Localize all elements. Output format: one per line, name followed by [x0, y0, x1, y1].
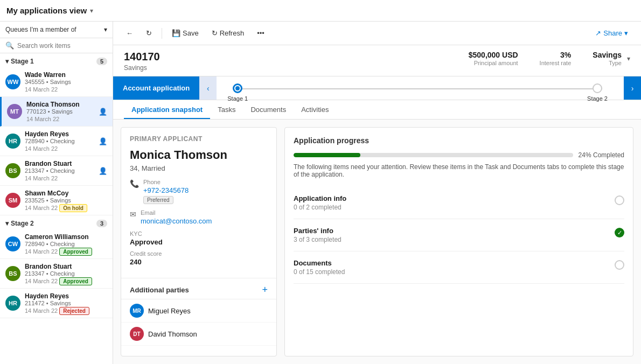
chevron-down-icon[interactable]: ▾ [90, 7, 93, 15]
progress-item-name: Parties' info [294, 227, 342, 235]
avatar: MR [130, 304, 144, 318]
forward-icon: ↻ [146, 29, 152, 37]
kyc-label: KYC [130, 230, 268, 237]
stage-1-toggle-icon: ▾ [5, 58, 9, 65]
avatar: CW [5, 236, 20, 251]
avatar: WW [5, 74, 20, 89]
search-box: 🔍 [0, 38, 113, 53]
meta-expand-icon[interactable]: ▾ [627, 55, 630, 62]
phone-value[interactable]: +972-2345678 [143, 186, 189, 194]
progress-bar-fill [294, 153, 360, 157]
record-type: Savings [124, 64, 160, 72]
item-info: Brandon Stuart 213347 • Checking 14 Marc… [25, 263, 107, 284]
credit-value: 240 [130, 258, 268, 266]
avatar: MT [7, 104, 22, 119]
list-item[interactable]: CW Cameron Williamson 728940 • Checking … [0, 229, 113, 259]
credit-label: Credit score [130, 250, 268, 257]
phone-row: 📞 Phone +972-2345678 Preferred [130, 179, 268, 204]
record-meta: $500,000 USD Principal amount 3% Interes… [469, 51, 622, 66]
list-item[interactable]: HR Hayden Reyes 728940 • Checking 14 Mar… [0, 127, 113, 156]
list-item[interactable]: BS Brandon Stuart 213347 • Checking 14 M… [0, 156, 113, 186]
stage-2-toggle-icon: ▾ [5, 220, 9, 227]
item-sub: 213347 • Checking [25, 167, 94, 174]
item-sub: 213347 • Checking [25, 270, 107, 277]
save-button[interactable]: 💾 Save [166, 26, 204, 40]
progress-item-icon: ✓ [615, 228, 624, 237]
stage-2-node: Stage 2 [593, 83, 602, 93]
queue-label: Queues I'm a member of [5, 26, 76, 33]
forward-button[interactable]: ↻ [141, 26, 157, 40]
list-item[interactable]: WW Wade Warren 345555 • Savings 14 March… [0, 67, 113, 97]
back-button[interactable]: ← [121, 26, 138, 40]
stage-1-header[interactable]: ▾ Stage 1 5 [0, 53, 113, 67]
assign-icon[interactable]: 👤 [99, 137, 107, 145]
more-icon: ••• [257, 29, 264, 37]
progress-bar-container: 24% Completed [294, 151, 624, 159]
savings-label: Type [593, 60, 622, 66]
savings-value: Savings [593, 51, 622, 59]
more-button[interactable]: ••• [252, 26, 270, 40]
item-date: 14 March 22 Approved [25, 278, 107, 284]
stage-nav-prev-button[interactable]: ‹ [199, 76, 217, 100]
item-sub: 233525 • Savings [25, 197, 107, 204]
avatar: DT [130, 327, 144, 341]
stage-2-label: Stage 2 [11, 220, 96, 227]
progress-item: Parties' info 3 of 3 completed ✓ [294, 219, 624, 251]
stage-2-header[interactable]: ▾ Stage 2 3 [0, 215, 113, 229]
item-name: Brandon Stuart [25, 263, 107, 270]
chevron-right-icon: › [631, 84, 634, 93]
stage-active-button[interactable]: Account application [113, 76, 199, 100]
queue-selector[interactable]: Queues I'm a member of ▾ [0, 22, 113, 38]
stage-nav-next-button[interactable]: › [624, 76, 641, 100]
applicant-sub: 34, Married [130, 164, 268, 172]
tab-application-snapshot[interactable]: Application snapshot [124, 100, 210, 119]
progress-item: Documents 0 of 15 completed [294, 251, 624, 284]
share-label: Share [603, 29, 622, 37]
email-value[interactable]: monicat@contoso.com [141, 217, 212, 225]
item-name: Brandon Stuart [25, 160, 94, 167]
add-party-button[interactable]: + [262, 285, 268, 295]
progress-item-info: Application info 0 of 2 completed [294, 194, 346, 211]
email-details: Email monicat@contoso.com [141, 209, 212, 225]
item-date: 14 March 22 Rejected [25, 307, 107, 314]
progress-items: Application info 0 of 2 completed Partie… [294, 187, 624, 284]
list-item-active[interactable]: MT Monica Thomson 770123 • Savings 14 Ma… [0, 97, 113, 127]
avatar: HR [5, 134, 20, 149]
party-row: DT David Thomson [121, 323, 276, 346]
share-button[interactable]: ↗ Share ▾ [590, 26, 633, 40]
applicant-name: Monica Thomson [130, 148, 268, 162]
panel-left: Primary applicant Monica Thomson 34, Mar… [121, 127, 277, 356]
refresh-button[interactable]: ↻ Refresh [206, 26, 250, 40]
status-badge: Approved [59, 248, 92, 256]
list-item[interactable]: BS Brandon Stuart 213347 • Checking 14 M… [0, 259, 113, 289]
search-input[interactable] [17, 42, 107, 50]
stage-progress: Stage 1 Stage 2 [217, 83, 624, 93]
tab-tasks[interactable]: Tasks [210, 100, 243, 119]
principal-amount: $500,000 USD Principal amount [469, 51, 518, 66]
assign-icon[interactable]: 👤 [99, 108, 107, 116]
item-name: Monica Thomson [26, 101, 94, 108]
item-sub: 728940 • Checking [25, 241, 107, 247]
status-badge: Rejected [59, 307, 89, 315]
tab-documents[interactable]: Documents [243, 100, 294, 119]
circle-empty-icon [615, 195, 624, 205]
kyc-value: Approved [130, 238, 268, 246]
principal-value: $500,000 USD [469, 51, 518, 59]
tab-activities[interactable]: Activities [294, 100, 336, 119]
assign-icon[interactable]: 👤 [99, 167, 107, 175]
panel-right: Application progress 24% Completed The f… [284, 127, 633, 356]
item-date: 14 March 22 On hold [25, 205, 107, 211]
record-meta-group: $500,000 USD Principal amount 3% Interes… [469, 51, 630, 66]
progress-note: The following items need your attention.… [294, 163, 624, 178]
stage-line [233, 88, 602, 89]
avatar: SM [5, 193, 20, 208]
status-badge: On hold [59, 204, 87, 212]
progress-item-icon [615, 195, 624, 205]
avatar: HR [5, 296, 20, 311]
party-name: David Thomson [148, 330, 197, 338]
additional-parties-title: Additional parties [130, 286, 189, 294]
list-item[interactable]: SM Shawn McCoy 233525 • Savings 14 March… [0, 186, 113, 215]
email-icon: ✉ [130, 210, 136, 219]
item-sub: 345555 • Savings [25, 79, 107, 85]
list-item[interactable]: HR Hayden Reyes 211472 • Savings 14 Marc… [0, 289, 113, 318]
